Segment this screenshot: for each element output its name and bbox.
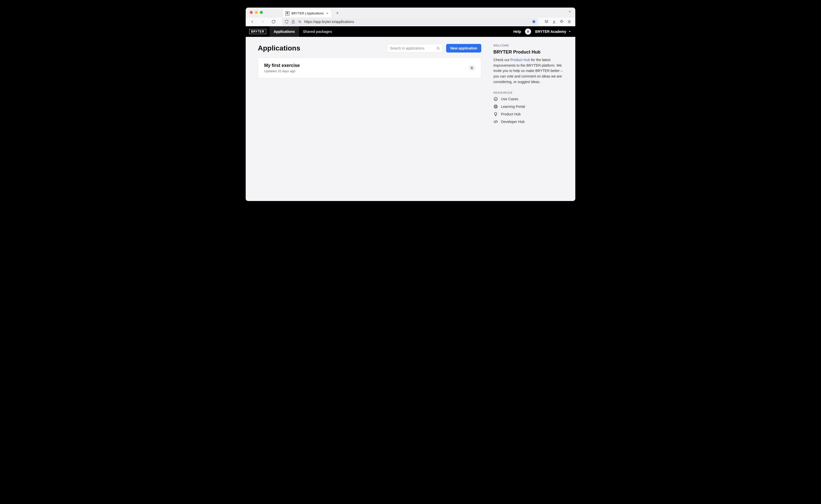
tab-close-icon[interactable]: ×: [326, 11, 329, 15]
traffic-lights: [249, 11, 263, 14]
application-title: My first exercise: [264, 63, 300, 68]
nav-applications-label: Applications: [274, 30, 295, 34]
search-icon[interactable]: [436, 46, 440, 50]
tab-favicon: B: [285, 11, 290, 15]
nav-shared-packages-label: Shared packages: [303, 30, 332, 34]
resource-label: Learning Portal: [501, 105, 525, 109]
code-icon: [493, 119, 498, 124]
lifebuoy-icon: [493, 104, 498, 109]
window-zoom[interactable]: [260, 11, 263, 14]
application-owner-avatar: B: [469, 65, 475, 71]
application-card[interactable]: My first exercise Updated 10 days ago B: [258, 58, 481, 78]
header-actions: New application: [387, 44, 481, 53]
user-avatar[interactable]: B: [525, 29, 531, 35]
account-switcher[interactable]: BRYTER Academy: [535, 30, 572, 34]
svg-line-21: [495, 120, 496, 123]
svg-line-11: [439, 49, 440, 50]
resource-label: Developer Hub: [501, 120, 524, 124]
content-area: Applications New application My first ex…: [246, 37, 575, 201]
resource-label: Use Cases: [501, 97, 518, 101]
sidebar-title: BRYTER Product Hub: [493, 49, 568, 55]
downloads-icon[interactable]: [552, 20, 556, 24]
url-security-icons: [285, 20, 302, 24]
svg-point-16: [495, 106, 496, 107]
sidebar-body-prefix: Check out: [493, 58, 510, 62]
svg-point-12: [494, 97, 497, 101]
nav-back-icon[interactable]: [248, 19, 256, 25]
pocket-icon[interactable]: [544, 20, 548, 24]
search-input[interactable]: [390, 46, 434, 50]
svg-marker-9: [569, 31, 571, 32]
main-column: Applications New application My first ex…: [246, 37, 493, 201]
page-title: Applications: [258, 44, 300, 52]
app-top-bar: BRYTER Applications Shared packages Help…: [246, 26, 575, 37]
tabs-dropdown-icon[interactable]: [568, 10, 572, 15]
svg-line-18: [496, 107, 497, 108]
svg-line-17: [494, 105, 495, 106]
new-application-button[interactable]: New application: [446, 44, 481, 53]
tab-title: BRYTER | Applications: [292, 12, 324, 15]
active-browser-tab[interactable]: B BRYTER | Applications ×: [283, 9, 332, 17]
svg-point-3: [299, 21, 300, 21]
search-applications[interactable]: [387, 44, 443, 53]
resources-list: Use Cases Learning Portal Product Hub: [493, 97, 568, 124]
owner-initial: B: [469, 65, 475, 71]
browser-tab-strip: B BRYTER | Applications × +: [246, 8, 575, 17]
url-text: https://app.bryter.io/applications: [304, 20, 529, 24]
application-card-meta: My first exercise Updated 10 days ago: [264, 63, 300, 73]
top-nav: Applications Shared packages: [270, 26, 336, 37]
window-minimize[interactable]: [255, 11, 258, 14]
new-application-label: New application: [450, 46, 477, 50]
url-bar[interactable]: https://app.bryter.io/applications: [282, 18, 538, 26]
product-hub-link[interactable]: Product Hub: [510, 58, 530, 62]
help-link[interactable]: Help: [513, 30, 521, 34]
smile-icon: [493, 97, 498, 101]
svg-line-19: [496, 105, 497, 106]
svg-point-10: [437, 47, 439, 49]
account-name-label: BRYTER Academy: [535, 30, 566, 34]
hamburger-menu-icon[interactable]: [567, 20, 571, 24]
resource-learning-portal[interactable]: Learning Portal: [493, 104, 568, 109]
new-tab-button[interactable]: +: [334, 9, 342, 17]
svg-point-14: [496, 99, 496, 99]
extensions-icon[interactable]: [560, 20, 564, 24]
nav-reload-icon[interactable]: [270, 19, 278, 25]
resource-use-cases[interactable]: Use Cases: [493, 97, 568, 101]
app-bar-right: Help B BRYTER Academy: [513, 26, 575, 37]
svg-marker-5: [532, 20, 535, 23]
application-updated: Updated 10 days ago: [264, 69, 300, 73]
sidebar-body: Check out Product Hub for the latest imp…: [493, 57, 568, 85]
lightbulb-icon: [493, 112, 498, 116]
nav-shared-packages[interactable]: Shared packages: [299, 26, 336, 37]
nav-forward-icon[interactable]: [259, 19, 267, 25]
brand-logo[interactable]: BRYTER: [246, 26, 270, 37]
toolbar-right-icons: [543, 20, 573, 24]
right-sidebar: WELCOME BRYTER Product Hub Check out Pro…: [493, 37, 574, 201]
resource-developer-hub[interactable]: Developer Hub: [493, 119, 568, 124]
bookmark-star-icon[interactable]: [532, 19, 536, 24]
nav-applications[interactable]: Applications: [270, 26, 299, 37]
browser-toolbar: https://app.bryter.io/applications: [246, 17, 575, 26]
shield-icon[interactable]: [285, 20, 289, 24]
welcome-overline: WELCOME: [493, 44, 568, 47]
resource-label: Product Hub: [501, 112, 521, 116]
chevron-down-icon: [568, 30, 572, 34]
svg-point-4: [300, 22, 301, 23]
page-header: Applications New application: [258, 44, 481, 53]
svg-rect-0: [292, 21, 294, 23]
resource-product-hub[interactable]: Product Hub: [493, 112, 568, 116]
brand-wordmark: BRYTER: [249, 29, 266, 34]
resources-overline: RESOURCES: [493, 91, 568, 94]
svg-line-20: [494, 107, 495, 108]
window-close[interactable]: [250, 11, 253, 14]
browser-window: B BRYTER | Applications × + https://app.…: [246, 8, 575, 201]
permissions-icon[interactable]: [298, 20, 302, 24]
lock-icon[interactable]: [291, 20, 295, 24]
